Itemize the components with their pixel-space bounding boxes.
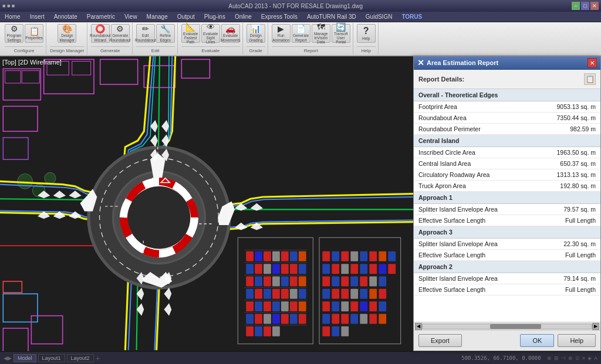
svg-rect-115 [31,316,62,344]
svg-rect-94 [369,289,377,299]
row-label: Splitter Island Envelope Area [414,204,535,215]
report-scrollbar[interactable]: ◀ ▶ [414,322,600,330]
svg-rect-97 [332,301,339,311]
export-button[interactable]: Export [418,334,462,347]
svg-rect-19 [246,251,254,261]
grid-icon[interactable]: ⊞ [554,355,559,361]
lineweight-icon[interactable]: ≡ [582,355,585,361]
properties-button[interactable]: 📋 Properties [25,24,43,43]
scrollbar-thumb [490,324,541,329]
menu-insert[interactable]: Insert [28,13,47,21]
edit-roundabout-button[interactable]: ✏ EditRoundabout [136,24,155,43]
row-label: Circulatory Roadway Area [414,169,535,181]
svg-rect-70 [360,251,367,261]
roundabout-wizard-button[interactable]: ⭕ RoundaboutWizard [91,24,110,43]
generate-report-button[interactable]: 📄 GenerateReport [292,24,310,43]
help-button[interactable]: ? Help [357,24,376,43]
manage-invision-button[interactable]: 🗺 ManageInVision Data [312,24,330,43]
polar-icon[interactable]: ⊗ [568,355,573,361]
report-table-container[interactable]: Overall - Theoretical Edges Footprint Ar… [414,89,600,322]
svg-marker-138 [69,190,81,198]
program-settings-button[interactable]: ⚙ ProgramSettings [5,24,23,43]
maximize-button[interactable]: □ [581,2,589,10]
report-section-header: Approach 2 [414,261,600,273]
svg-point-117 [18,174,33,189]
minimize-button[interactable]: − [572,2,580,10]
svg-rect-74 [322,264,330,274]
design-manager-button[interactable]: 🎨 DesignManager [58,24,76,43]
svg-rect-46 [299,289,306,299]
transoft-user-portal-button[interactable]: 🔄 TransoftUser Portal [332,24,350,43]
model-tab[interactable]: Model [13,354,36,362]
report-icon: ✕ [417,58,424,67]
report-close-button[interactable]: ✕ [588,58,597,67]
svg-rect-66 [322,251,330,261]
toolbar-group-report-label: Report [272,46,350,53]
svg-rect-45 [290,289,298,299]
ok-button[interactable]: OK [520,334,554,347]
menu-guidsign[interactable]: GuidSIGN [363,13,395,21]
menu-parametric[interactable]: Parametric [85,13,117,21]
table-row: Splitter Island Envelope Area 22.30 sq. … [414,239,600,250]
cad-viewport[interactable]: [Top] [2D Wireframe] [0,56,413,351]
evaluate-sight-lines-button[interactable]: 👁 EvaluateSight Lines [201,24,220,43]
evaluate-movements-button[interactable]: 🚗 EvaluateMovements [221,24,240,43]
svg-rect-72 [379,251,386,261]
ortho-icon[interactable]: ⊣ [561,355,566,361]
annotate-icon[interactable]: A [594,355,597,361]
svg-rect-68 [341,251,349,261]
main-area: [Top] [2D Wireframe] [0,56,601,351]
toolbar-group-grade: 📊 DesignGrading Grade [244,23,268,55]
layout2-tab[interactable]: Layout2 [67,354,94,362]
svg-rect-28 [264,264,271,274]
snap-icon[interactable]: ⊕ [547,355,552,361]
menu-bar: Home Insert Annotate Parametric View Man… [0,12,601,22]
svg-rect-24 [290,251,298,261]
svg-rect-10 [181,59,210,78]
title-bar: ■ ■ ■ AutoCAD 2013 - NOT FOR RESALE Draw… [0,0,601,12]
svg-rect-32 [299,264,306,274]
svg-rect-104 [332,314,339,324]
toolbar-group-edit-label: Edit [136,46,175,53]
menu-plugins[interactable]: Plug-ins [202,13,228,21]
transparency-icon[interactable]: ◈ [588,355,592,361]
menu-autoturn-rail[interactable]: AutoTURN Rail 3D [305,13,359,21]
help-button[interactable]: Help [558,334,596,347]
svg-rect-7 [72,62,91,75]
menu-express-tools[interactable]: Express Tools [259,13,300,21]
row-value: 650.37 sq. m [535,158,600,169]
menu-manage[interactable]: Manage [144,13,170,21]
svg-rect-22 [272,251,280,261]
run-animation-button[interactable]: ▶ RunAnimation [272,24,291,43]
menu-torus[interactable]: TORUS [399,13,424,21]
refine-edges-button[interactable]: 🔧 RefineEdges [156,24,175,43]
table-row: Roundabout Area 7350.44 sq. m [414,113,600,124]
scrollbar-left-btn[interactable]: ◀ [415,323,422,330]
design-grading-button[interactable]: 📊 DesignGrading [247,24,265,43]
scrollbar-right-btn[interactable]: ▶ [592,323,599,330]
menu-home[interactable]: Home [2,13,23,21]
svg-rect-36 [272,276,280,286]
status-bar: ◀▶ Model Layout1 Layout2 + 500.3526, 66.… [0,351,601,364]
svg-rect-42 [264,289,271,299]
generate-roundabout-button[interactable]: ⚙ GenerateRoundabout [111,24,130,43]
layout1-tab[interactable]: Layout1 [38,354,65,362]
report-export-icon[interactable]: 📋 [584,73,596,85]
menu-output[interactable]: Output [175,13,197,21]
evaluate-fastest-path-button[interactable]: 📐 EvaluateFastest Path [181,24,200,43]
svg-rect-58 [281,314,289,324]
report-section-header: Central Island [414,135,600,147]
menu-online[interactable]: Online [232,13,254,21]
svg-rect-89 [322,289,330,299]
svg-rect-85 [350,276,358,286]
menu-annotate[interactable]: Annotate [52,13,80,21]
row-value: 7350.44 sq. m [535,113,600,124]
svg-rect-81 [388,264,396,274]
osnap-icon[interactable]: ⊙ [575,355,580,361]
section-header-label: Approach 3 [414,226,600,239]
svg-rect-30 [281,264,289,274]
close-button[interactable]: ✕ [590,2,599,10]
menu-view[interactable]: View [122,13,140,21]
table-row: Circulatory Roadway Area 1313.13 sq. m [414,169,600,181]
table-row: Splitter Island Envelope Area 79.57 sq. … [414,204,600,215]
